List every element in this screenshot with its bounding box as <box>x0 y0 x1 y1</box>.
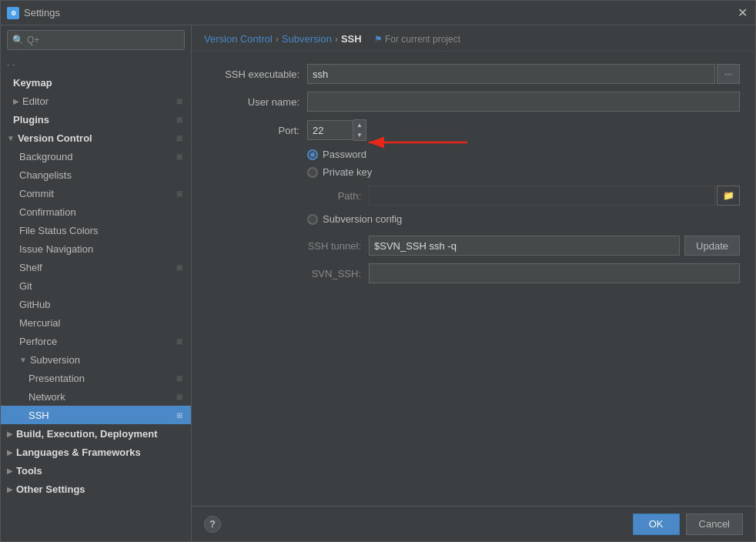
app-icon: ⚙ <box>7 7 19 19</box>
sidebar-item-file-status-colors[interactable]: File Status Colors <box>1 221 191 239</box>
sync-icon: ⊞ <box>174 151 185 162</box>
search-input[interactable] <box>27 35 179 45</box>
sidebar-item-network[interactable]: Network ⊞ <box>1 387 191 406</box>
sidebar-item-lang-frameworks[interactable]: ▶ Languages & Frameworks <box>1 443 191 461</box>
sync-icon: ⊞ <box>174 95 185 106</box>
svg-text:⚙: ⚙ <box>11 10 16 17</box>
sidebar-item-build-exec[interactable]: ▶ Build, Execution, Deployment <box>1 424 191 443</box>
main-content: 🔍 · · Keymap ▶ Editor ⊞ <box>1 25 755 541</box>
sync-icon: ⊞ <box>174 373 185 383</box>
subversion-config-radio[interactable]: Subversion config <box>307 213 740 225</box>
port-up-button[interactable]: ▲ <box>353 120 366 130</box>
title-bar: ⚙ Settings ✕ <box>1 1 755 25</box>
port-label: Port: <box>207 125 307 136</box>
sync-icon: ⊞ <box>174 336 185 346</box>
username-input[interactable] <box>307 92 740 112</box>
sync-icon: ⊞ <box>174 391 185 402</box>
port-row: Port: ▲ ▼ <box>207 119 740 141</box>
settings-dialog: ⚙ Settings ✕ 🔍 · · Keymap <box>0 0 756 542</box>
browse-button[interactable]: ··· <box>717 64 740 84</box>
password-radio[interactable]: Password <box>307 149 740 160</box>
breadcrumb: Version Control › Subversion › SSH ⚑ For… <box>192 25 755 52</box>
username-label: User name: <box>207 96 307 108</box>
panel-body: SSH executable: ··· User name: Port: ▲ <box>192 52 755 506</box>
right-panel: Version Control › Subversion › SSH ⚑ For… <box>192 25 755 541</box>
path-browse-button[interactable]: 📁 <box>717 186 740 206</box>
expand-icon: ▶ <box>13 97 19 105</box>
private-key-radio[interactable]: Private key <box>307 166 740 178</box>
sidebar-item-perforce[interactable]: Perforce ⊞ <box>1 332 191 350</box>
sidebar-item-plugins[interactable]: Plugins ⊞ <box>1 110 191 129</box>
svn-ssh-input[interactable] <box>369 263 740 283</box>
sidebar-dots: · · <box>1 55 191 73</box>
ssh-executable-row: SSH executable: ··· <box>207 64 740 84</box>
port-input-group: ▲ ▼ <box>307 119 366 141</box>
sync-icon: ⊞ <box>174 114 185 125</box>
sidebar-item-commit[interactable]: Commit ⊞ <box>1 184 191 202</box>
title-bar-text: Settings <box>24 7 735 18</box>
sidebar-item-presentation[interactable]: Presentation ⊞ <box>1 369 191 387</box>
sidebar-item-confirmation[interactable]: Confirmation <box>1 202 191 221</box>
subversion-config-section: Subversion config <box>307 213 740 225</box>
sync-icon: ⊞ <box>174 262 185 273</box>
footer-right: OK Cancel <box>633 514 743 535</box>
private-key-label: Private key <box>323 166 372 178</box>
username-row: User name: <box>207 92 740 112</box>
port-spinner: ▲ ▼ <box>353 119 366 141</box>
ssh-tunnel-label: SSH tunnel: <box>307 240 369 252</box>
port-down-button[interactable]: ▼ <box>353 130 366 140</box>
path-label: Path: <box>323 190 369 202</box>
sidebar-item-subversion[interactable]: ▼ Subversion <box>1 350 191 369</box>
footer: ? OK Cancel <box>192 506 755 541</box>
sidebar-item-shelf[interactable]: Shelf ⊞ <box>1 258 191 276</box>
footer-left: ? <box>204 516 221 533</box>
breadcrumb-sep-1: › <box>276 34 279 45</box>
expand-icon: ▼ <box>7 134 15 142</box>
sidebar-items: · · Keymap ▶ Editor ⊞ Plugins ⊞ <box>1 55 191 541</box>
sidebar-item-editor[interactable]: ▶ Editor ⊞ <box>1 92 191 110</box>
search-box[interactable]: 🔍 <box>7 30 185 50</box>
ssh-tunnel-input[interactable] <box>369 236 680 256</box>
cancel-button[interactable]: Cancel <box>686 514 743 535</box>
sidebar-item-keymap[interactable]: Keymap <box>1 73 191 92</box>
help-button[interactable]: ? <box>204 516 221 533</box>
private-key-radio-btn[interactable] <box>307 167 318 178</box>
sidebar-item-issue-navigation[interactable]: Issue Navigation <box>1 239 191 258</box>
sidebar-item-tools[interactable]: ▶ Tools <box>1 461 191 480</box>
svn-ssh-label: SVN_SSH: <box>307 268 369 279</box>
search-icon: 🔍 <box>12 35 24 45</box>
sidebar-item-mercurial[interactable]: Mercurial <box>1 313 191 332</box>
sidebar-item-git[interactable]: Git <box>1 276 191 295</box>
auth-radio-group: Password Private key <box>307 149 740 178</box>
path-input[interactable] <box>369 186 715 206</box>
sync-icon: ⊞ <box>174 132 185 143</box>
ssh-tunnel-row: SSH tunnel: Update <box>307 236 740 256</box>
sidebar-item-changelists[interactable]: Changelists <box>1 166 191 184</box>
breadcrumb-subversion[interactable]: Subversion <box>282 33 332 45</box>
auth-section: Password Private key <box>207 149 740 178</box>
ok-button[interactable]: OK <box>633 514 680 535</box>
port-input[interactable] <box>307 120 353 140</box>
password-radio-btn[interactable] <box>307 149 318 160</box>
expand-icon: ▼ <box>19 356 27 364</box>
sidebar-item-other-settings[interactable]: ▶ Other Settings <box>1 480 191 498</box>
path-row: Path: 📁 <box>307 186 740 206</box>
ssh-executable-label: SSH executable: <box>207 69 307 80</box>
close-button[interactable]: ✕ <box>735 6 749 20</box>
breadcrumb-version-control[interactable]: Version Control <box>204 33 273 45</box>
breadcrumb-project: ⚑ For current project <box>374 34 460 45</box>
update-button[interactable]: Update <box>684 236 740 256</box>
subversion-config-radio-btn[interactable] <box>307 214 318 225</box>
sidebar-item-background[interactable]: Background ⊞ <box>1 147 191 166</box>
sync-icon: ⊞ <box>174 188 185 199</box>
password-label: Password <box>323 149 366 160</box>
sidebar-item-version-control[interactable]: ▼ Version Control ⊞ <box>1 129 191 147</box>
ssh-executable-input[interactable] <box>307 64 715 84</box>
sidebar-item-github[interactable]: GitHub <box>1 295 191 313</box>
expand-icon: ▶ <box>7 448 13 457</box>
breadcrumb-current: SSH <box>341 33 362 45</box>
sidebar-item-ssh[interactable]: SSH ⊞ <box>1 406 191 424</box>
expand-icon: ▶ <box>7 485 13 493</box>
expand-icon: ▶ <box>7 467 13 475</box>
sidebar: 🔍 · · Keymap ▶ Editor ⊞ <box>1 25 192 541</box>
